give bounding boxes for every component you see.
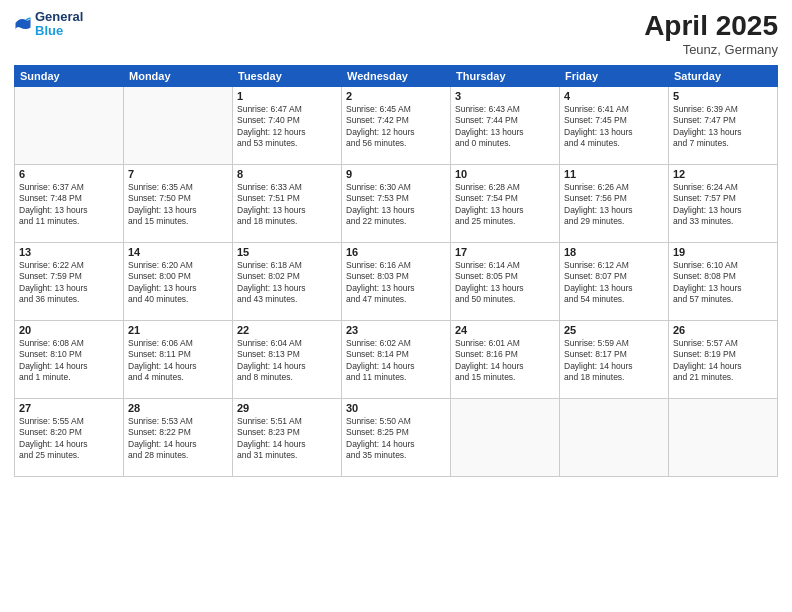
day-number: 9 — [346, 168, 446, 180]
header-monday: Monday — [124, 66, 233, 87]
logo-icon — [14, 14, 32, 32]
day-number: 28 — [128, 402, 228, 414]
day-info: Sunrise: 6:22 AM Sunset: 7:59 PM Dayligh… — [19, 260, 119, 306]
day-number: 6 — [19, 168, 119, 180]
day-number: 23 — [346, 324, 446, 336]
day-number: 7 — [128, 168, 228, 180]
day-number: 30 — [346, 402, 446, 414]
month-year: April 2025 — [644, 10, 778, 42]
day-info: Sunrise: 5:51 AM Sunset: 8:23 PM Dayligh… — [237, 416, 337, 462]
calendar-cell-3-1: 21Sunrise: 6:06 AM Sunset: 8:11 PM Dayli… — [124, 321, 233, 399]
day-info: Sunrise: 6:45 AM Sunset: 7:42 PM Dayligh… — [346, 104, 446, 150]
day-info: Sunrise: 6:14 AM Sunset: 8:05 PM Dayligh… — [455, 260, 555, 306]
day-info: Sunrise: 6:16 AM Sunset: 8:03 PM Dayligh… — [346, 260, 446, 306]
day-info: Sunrise: 6:06 AM Sunset: 8:11 PM Dayligh… — [128, 338, 228, 384]
day-number: 26 — [673, 324, 773, 336]
header-friday: Friday — [560, 66, 669, 87]
calendar-cell-3-3: 23Sunrise: 6:02 AM Sunset: 8:14 PM Dayli… — [342, 321, 451, 399]
day-info: Sunrise: 6:10 AM Sunset: 8:08 PM Dayligh… — [673, 260, 773, 306]
day-info: Sunrise: 6:39 AM Sunset: 7:47 PM Dayligh… — [673, 104, 773, 150]
day-number: 29 — [237, 402, 337, 414]
logo-line2: Blue — [35, 24, 83, 38]
day-number: 27 — [19, 402, 119, 414]
day-number: 16 — [346, 246, 446, 258]
day-number: 8 — [237, 168, 337, 180]
header-saturday: Saturday — [669, 66, 778, 87]
week-row-1: 1Sunrise: 6:47 AM Sunset: 7:40 PM Daylig… — [15, 87, 778, 165]
day-number: 1 — [237, 90, 337, 102]
logo: General Blue — [14, 10, 83, 39]
calendar-cell-4-2: 29Sunrise: 5:51 AM Sunset: 8:23 PM Dayli… — [233, 399, 342, 477]
logo-line1: General — [35, 10, 83, 24]
day-info: Sunrise: 6:41 AM Sunset: 7:45 PM Dayligh… — [564, 104, 664, 150]
calendar-cell-0-2: 1Sunrise: 6:47 AM Sunset: 7:40 PM Daylig… — [233, 87, 342, 165]
day-info: Sunrise: 5:59 AM Sunset: 8:17 PM Dayligh… — [564, 338, 664, 384]
day-info: Sunrise: 6:01 AM Sunset: 8:16 PM Dayligh… — [455, 338, 555, 384]
week-row-3: 13Sunrise: 6:22 AM Sunset: 7:59 PM Dayli… — [15, 243, 778, 321]
calendar-cell-1-2: 8Sunrise: 6:33 AM Sunset: 7:51 PM Daylig… — [233, 165, 342, 243]
title-block: April 2025 Teunz, Germany — [644, 10, 778, 57]
day-info: Sunrise: 6:18 AM Sunset: 8:02 PM Dayligh… — [237, 260, 337, 306]
day-number: 18 — [564, 246, 664, 258]
day-info: Sunrise: 6:02 AM Sunset: 8:14 PM Dayligh… — [346, 338, 446, 384]
day-info: Sunrise: 6:24 AM Sunset: 7:57 PM Dayligh… — [673, 182, 773, 228]
calendar-table: Sunday Monday Tuesday Wednesday Thursday… — [14, 65, 778, 477]
calendar-cell-2-5: 18Sunrise: 6:12 AM Sunset: 8:07 PM Dayli… — [560, 243, 669, 321]
header: General Blue April 2025 Teunz, Germany — [14, 10, 778, 57]
calendar-cell-4-0: 27Sunrise: 5:55 AM Sunset: 8:20 PM Dayli… — [15, 399, 124, 477]
header-wednesday: Wednesday — [342, 66, 451, 87]
header-thursday: Thursday — [451, 66, 560, 87]
day-number: 10 — [455, 168, 555, 180]
weekday-header-row: Sunday Monday Tuesday Wednesday Thursday… — [15, 66, 778, 87]
calendar-cell-1-0: 6Sunrise: 6:37 AM Sunset: 7:48 PM Daylig… — [15, 165, 124, 243]
day-number: 11 — [564, 168, 664, 180]
calendar-page: General Blue April 2025 Teunz, Germany S… — [0, 0, 792, 612]
calendar-cell-0-0 — [15, 87, 124, 165]
calendar-cell-3-6: 26Sunrise: 5:57 AM Sunset: 8:19 PM Dayli… — [669, 321, 778, 399]
calendar-cell-3-4: 24Sunrise: 6:01 AM Sunset: 8:16 PM Dayli… — [451, 321, 560, 399]
calendar-cell-2-4: 17Sunrise: 6:14 AM Sunset: 8:05 PM Dayli… — [451, 243, 560, 321]
day-info: Sunrise: 6:28 AM Sunset: 7:54 PM Dayligh… — [455, 182, 555, 228]
day-info: Sunrise: 6:30 AM Sunset: 7:53 PM Dayligh… — [346, 182, 446, 228]
calendar-cell-1-5: 11Sunrise: 6:26 AM Sunset: 7:56 PM Dayli… — [560, 165, 669, 243]
day-info: Sunrise: 6:37 AM Sunset: 7:48 PM Dayligh… — [19, 182, 119, 228]
week-row-4: 20Sunrise: 6:08 AM Sunset: 8:10 PM Dayli… — [15, 321, 778, 399]
calendar-cell-4-3: 30Sunrise: 5:50 AM Sunset: 8:25 PM Dayli… — [342, 399, 451, 477]
calendar-cell-3-2: 22Sunrise: 6:04 AM Sunset: 8:13 PM Dayli… — [233, 321, 342, 399]
week-row-2: 6Sunrise: 6:37 AM Sunset: 7:48 PM Daylig… — [15, 165, 778, 243]
logo-text: General Blue — [35, 10, 83, 39]
day-number: 17 — [455, 246, 555, 258]
calendar-cell-4-6 — [669, 399, 778, 477]
day-number: 20 — [19, 324, 119, 336]
calendar-cell-1-4: 10Sunrise: 6:28 AM Sunset: 7:54 PM Dayli… — [451, 165, 560, 243]
day-number: 25 — [564, 324, 664, 336]
day-info: Sunrise: 5:57 AM Sunset: 8:19 PM Dayligh… — [673, 338, 773, 384]
day-number: 19 — [673, 246, 773, 258]
day-info: Sunrise: 6:20 AM Sunset: 8:00 PM Dayligh… — [128, 260, 228, 306]
day-number: 2 — [346, 90, 446, 102]
day-info: Sunrise: 6:43 AM Sunset: 7:44 PM Dayligh… — [455, 104, 555, 150]
calendar-cell-3-0: 20Sunrise: 6:08 AM Sunset: 8:10 PM Dayli… — [15, 321, 124, 399]
day-info: Sunrise: 6:35 AM Sunset: 7:50 PM Dayligh… — [128, 182, 228, 228]
calendar-cell-1-3: 9Sunrise: 6:30 AM Sunset: 7:53 PM Daylig… — [342, 165, 451, 243]
calendar-cell-2-0: 13Sunrise: 6:22 AM Sunset: 7:59 PM Dayli… — [15, 243, 124, 321]
day-number: 15 — [237, 246, 337, 258]
calendar-cell-4-4 — [451, 399, 560, 477]
calendar-cell-3-5: 25Sunrise: 5:59 AM Sunset: 8:17 PM Dayli… — [560, 321, 669, 399]
day-number: 4 — [564, 90, 664, 102]
calendar-cell-0-5: 4Sunrise: 6:41 AM Sunset: 7:45 PM Daylig… — [560, 87, 669, 165]
calendar-cell-0-3: 2Sunrise: 6:45 AM Sunset: 7:42 PM Daylig… — [342, 87, 451, 165]
calendar-cell-4-5 — [560, 399, 669, 477]
day-number: 5 — [673, 90, 773, 102]
day-info: Sunrise: 6:26 AM Sunset: 7:56 PM Dayligh… — [564, 182, 664, 228]
header-sunday: Sunday — [15, 66, 124, 87]
day-number: 13 — [19, 246, 119, 258]
calendar-cell-1-1: 7Sunrise: 6:35 AM Sunset: 7:50 PM Daylig… — [124, 165, 233, 243]
day-info: Sunrise: 6:04 AM Sunset: 8:13 PM Dayligh… — [237, 338, 337, 384]
day-info: Sunrise: 6:33 AM Sunset: 7:51 PM Dayligh… — [237, 182, 337, 228]
day-info: Sunrise: 6:12 AM Sunset: 8:07 PM Dayligh… — [564, 260, 664, 306]
day-info: Sunrise: 5:50 AM Sunset: 8:25 PM Dayligh… — [346, 416, 446, 462]
day-number: 22 — [237, 324, 337, 336]
calendar-cell-1-6: 12Sunrise: 6:24 AM Sunset: 7:57 PM Dayli… — [669, 165, 778, 243]
day-info: Sunrise: 5:53 AM Sunset: 8:22 PM Dayligh… — [128, 416, 228, 462]
